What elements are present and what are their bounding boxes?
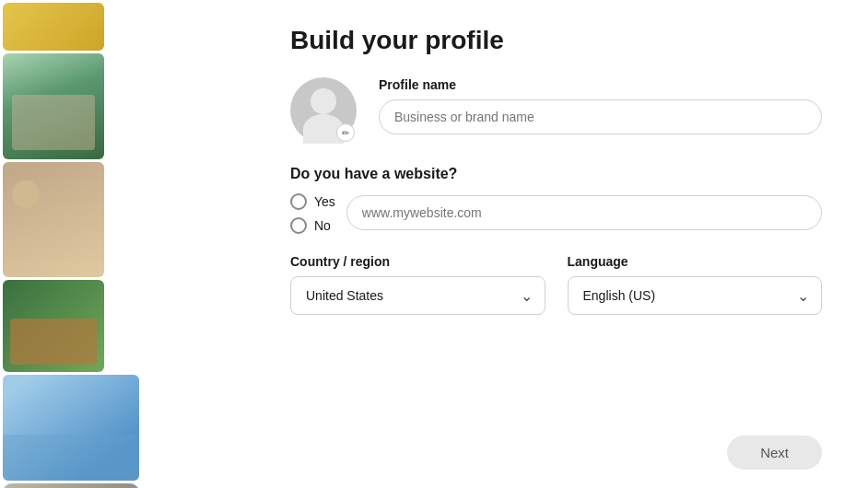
no-radio-item[interactable]: No — [290, 217, 335, 234]
image-1 — [3, 3, 104, 51]
language-label: Language — [568, 254, 823, 269]
website-url-input[interactable] — [346, 195, 822, 230]
image-4 — [3, 483, 139, 488]
image-mosaic — [0, 0, 244, 488]
footer: Next — [290, 428, 822, 470]
avatar-container: ✏ — [290, 77, 357, 144]
avatar-edit-button[interactable]: ✏ — [336, 123, 355, 142]
avatar-head — [311, 88, 336, 114]
next-button[interactable]: Next — [727, 436, 822, 470]
yes-radio[interactable] — [290, 193, 307, 210]
profile-name-input[interactable] — [379, 99, 822, 134]
image-7 — [3, 280, 104, 372]
website-heading: Do you have a website? — [290, 166, 822, 182]
image-5 — [3, 162, 104, 277]
profile-name-label: Profile name — [379, 77, 822, 92]
language-select[interactable]: English (US) English (UK) Spanish French — [568, 276, 823, 315]
country-select[interactable]: United States Canada United Kingdom — [290, 276, 545, 315]
website-section: Do you have a website? Yes No — [290, 166, 822, 234]
no-radio[interactable] — [290, 217, 307, 234]
form-panel: Build your profile ✏ Profile name Do you… — [244, 0, 868, 488]
country-select-wrapper: United States Canada United Kingdom ⌄ — [290, 276, 545, 315]
page-title: Build your profile — [290, 26, 822, 55]
profile-section: ✏ Profile name — [290, 77, 822, 144]
no-label: No — [314, 218, 331, 233]
location-section: Country / region United States Canada Un… — [290, 254, 822, 315]
language-group: Language English (US) English (UK) Spani… — [568, 254, 823, 315]
language-select-wrapper: English (US) English (UK) Spanish French… — [568, 276, 823, 315]
image-2 — [3, 375, 139, 481]
profile-name-section: Profile name — [379, 77, 822, 134]
image-3 — [3, 53, 104, 159]
country-group: Country / region United States Canada Un… — [290, 254, 545, 315]
yes-label: Yes — [314, 194, 335, 209]
country-label: Country / region — [290, 254, 545, 269]
yes-radio-item[interactable]: Yes — [290, 193, 335, 210]
website-radio-group: Yes No — [290, 193, 335, 234]
